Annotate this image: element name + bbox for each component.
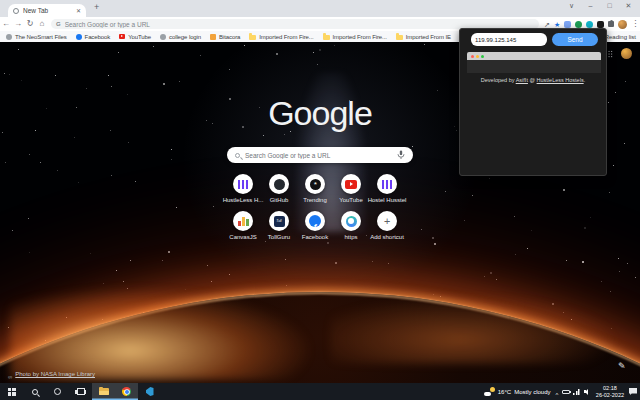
shortcut-circle (233, 211, 253, 231)
shortcut-trending[interactable]: Trending (297, 174, 333, 203)
toll-icon: Toll (274, 216, 285, 227)
maximize-button[interactable] (600, 0, 619, 12)
chrome-button[interactable] (115, 383, 138, 400)
bookmark-item[interactable]: college login (160, 34, 201, 40)
shortcut-tollguru[interactable]: TollTollGuru (261, 211, 297, 240)
search-icon (235, 153, 240, 158)
bookmark-item[interactable]: Facebook (76, 34, 111, 40)
tab-strip: New Tab (0, 0, 640, 17)
facebook-icon (76, 34, 82, 40)
mic-icon[interactable] (397, 150, 405, 160)
mac-titlebar (467, 52, 601, 60)
reload-icon[interactable] (24, 20, 36, 28)
cortana-button[interactable] (46, 383, 69, 400)
shortcut-circle (233, 174, 253, 194)
new-tab-button[interactable] (94, 3, 99, 12)
tab-search-icon[interactable] (562, 0, 581, 12)
action-center-icon[interactable] (629, 388, 637, 395)
network-signal-icon[interactable] (573, 389, 580, 395)
volume-icon[interactable] (584, 389, 591, 395)
extension-icon-3[interactable] (586, 21, 593, 28)
developer-link[interactable]: AsifIt (516, 77, 528, 83)
taskbar-clock[interactable]: 02:18 26-02-2022 (596, 385, 624, 398)
menu-dots-icon[interactable] (631, 20, 639, 28)
bookmark-item[interactable]: Imported From Fire... (323, 34, 387, 40)
shortcut-hostel[interactable]: Hostel Husstel (369, 174, 405, 203)
file-explorer-button[interactable] (92, 383, 115, 400)
ip-extension-icon[interactable] (597, 21, 604, 28)
extension-icon-1[interactable] (564, 21, 571, 28)
bookmark-item[interactable]: Imported From IE (396, 34, 451, 40)
shortcut-add[interactable]: Add shortcut (369, 211, 405, 240)
mac-close-icon (471, 55, 474, 58)
youtube-icon (119, 34, 125, 39)
bookmark-item[interactable]: YouTube (119, 34, 151, 40)
screenshot-body (467, 60, 601, 73)
shortcut-canvasjs[interactable]: CanvasJS (225, 211, 261, 240)
forward-icon[interactable] (12, 20, 24, 28)
purple-bars-icon (238, 180, 248, 189)
bookmark-item[interactable]: Imported From Fire... (249, 34, 313, 40)
shortcut-circle (341, 174, 361, 194)
chart-bars-icon (238, 217, 249, 226)
taskbar-right: 16°C Mostly cloudy 02:18 26-02-2022 (484, 384, 640, 400)
google-account-avatar[interactable] (621, 48, 632, 59)
folder-icon (396, 35, 403, 40)
weather-widget[interactable]: 16°C Mostly cloudy (484, 387, 551, 396)
ip-input[interactable] (471, 33, 547, 46)
vscode-icon (146, 387, 154, 396)
customize-pencil-icon[interactable] (618, 362, 626, 371)
company-link[interactable]: HustleLess Hostels (537, 77, 584, 83)
start-button[interactable] (0, 383, 23, 400)
shortcut-facebook[interactable]: Facebook (297, 211, 333, 240)
address-input[interactable] (65, 21, 534, 28)
shortcut-grid: HustleLess H... GitHub Trending YouTube … (225, 174, 405, 240)
extensions-puzzle-icon[interactable] (608, 21, 614, 27)
task-view-icon (77, 388, 85, 395)
globe-icon (6, 34, 12, 40)
tab-new-tab[interactable]: New Tab (8, 4, 86, 17)
shortcut-youtube[interactable]: YouTube (333, 174, 369, 203)
bookmark-item[interactable]: The NeoSmart Files (6, 34, 67, 40)
battery-icon[interactable] (562, 390, 570, 394)
back-icon[interactable] (0, 20, 12, 28)
newtab-favicon-icon (13, 8, 19, 14)
task-view-button[interactable] (69, 383, 92, 400)
home-icon[interactable] (36, 20, 48, 28)
vscode-button[interactable] (138, 383, 161, 400)
google-search-box[interactable] (227, 147, 413, 163)
taskbar-search-button[interactable] (23, 383, 46, 400)
plus-icon (384, 216, 390, 227)
link-icon (8, 366, 12, 382)
extension-popup: Send Developed by AsifIt @ HustleLess Ho… (459, 28, 607, 176)
system-tray (556, 384, 591, 400)
extension-icon-2[interactable] (575, 21, 582, 28)
cortana-icon (54, 388, 61, 395)
send-button[interactable]: Send (552, 33, 598, 46)
shortcut-github[interactable]: GitHub (261, 174, 297, 203)
popup-screenshot (467, 52, 601, 73)
mac-minimize-icon (476, 55, 479, 58)
photo-attribution[interactable]: Photo by NASA Image Library (8, 366, 95, 382)
minimize-button[interactable] (581, 0, 600, 12)
hidden-icons-chevron-icon[interactable] (556, 384, 559, 400)
tab-title: New Tab (23, 7, 72, 14)
shortcut-hustleless[interactable]: HustleLess H... (225, 174, 261, 203)
close-button[interactable] (619, 0, 638, 12)
mac-zoom-icon (481, 55, 484, 58)
shortcut-circle (341, 211, 361, 231)
taskbar: 16°C Mostly cloudy 02:18 26-02-2022 (0, 383, 640, 400)
bookmark-item[interactable]: Bitacora (210, 34, 240, 40)
screen: New Tab G (0, 0, 640, 400)
bookmark-star-icon[interactable] (554, 21, 560, 28)
tab-close-icon[interactable] (76, 8, 81, 14)
site-icon (210, 34, 216, 40)
share-icon[interactable] (544, 21, 550, 28)
developer-credit: Developed by AsifIt @ HustleLess Hostels… (460, 77, 606, 83)
shortcut-https[interactable]: https (333, 211, 369, 240)
search-input[interactable] (245, 152, 392, 159)
youtube-play-icon (345, 180, 357, 189)
shortcut-circle (305, 211, 325, 231)
github-icon (274, 179, 285, 190)
profile-avatar[interactable] (618, 20, 627, 29)
